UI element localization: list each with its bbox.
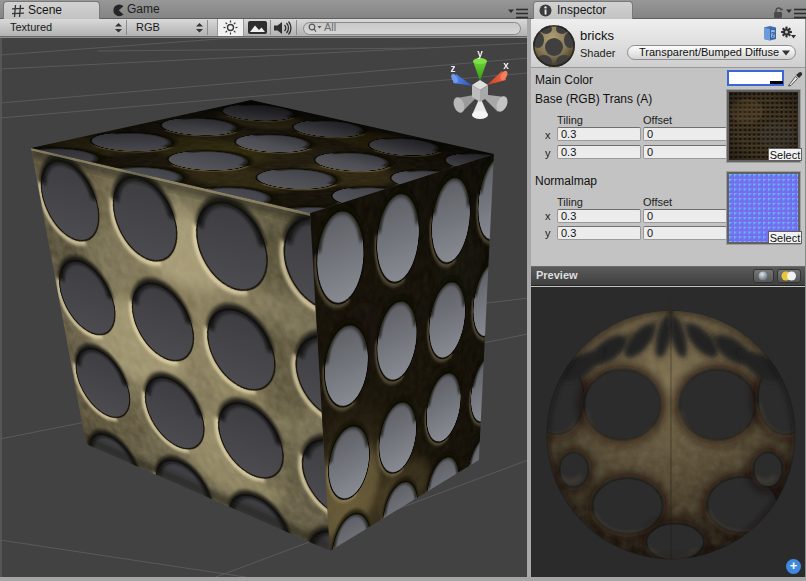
svg-text:x: x: [503, 60, 509, 71]
svg-text:z: z: [451, 63, 456, 74]
svg-text:?: ?: [771, 31, 775, 38]
svg-text:y: y: [477, 48, 483, 59]
